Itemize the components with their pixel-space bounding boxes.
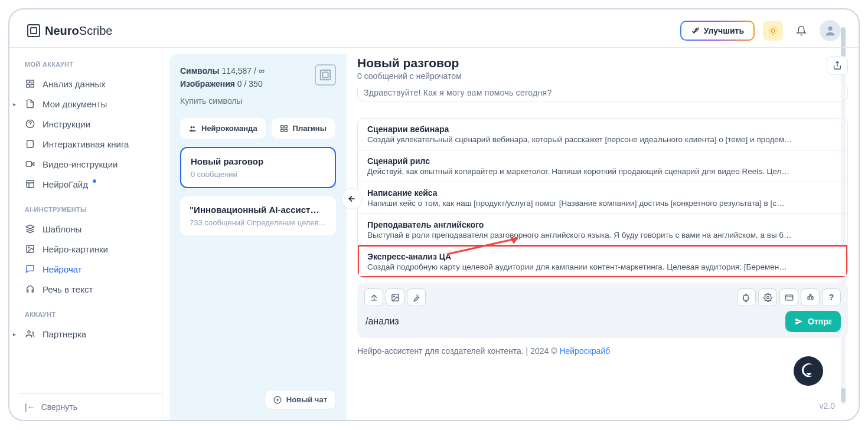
collapse-sidebar-button[interactable]: |← Свернуть [19,393,162,420]
brand-name: NeuroScribe [45,24,113,38]
gear-icon [763,293,772,302]
suggestion-item[interactable]: Сценарии вебинараСоздай увлекательный сц… [358,119,847,150]
suggestion-title: Экспресс-анализ ЦА [367,252,838,261]
sidebar-item-analytics[interactable]: Анализ данных [19,74,162,94]
upgrade-button[interactable]: Улучшить [680,21,755,41]
sidebar-item-label: Нейрочат [43,264,82,274]
sidebar-item-speech[interactable]: Речь в текст [19,279,162,299]
sidebar-item-instructions[interactable]: Инструкции [19,114,162,134]
sidebar-item-book[interactable]: Интерактивная книга [19,134,162,154]
suggestion-item[interactable]: Написание кейсаНапиши кейс о том, как на… [358,182,847,214]
image-icon [25,244,35,254]
sidebar-item-label: Анализ данных [43,79,106,89]
support-fab-button[interactable] [794,356,823,386]
sidebar-item-video[interactable]: Видео-инструкции [19,154,162,174]
robot-button[interactable] [801,288,820,306]
collapse-panel-button[interactable] [341,188,363,209]
svg-rect-10 [27,180,34,188]
new-chat-button[interactable]: Новый чат [265,390,336,409]
collapse-icon: |← [25,402,35,412]
suggestions-list: Сценарии вебинараСоздай увлекательный сц… [357,118,848,278]
svg-point-13 [28,331,30,333]
suggestion-item[interactable]: Сценарий рилсДействуй, как опытный копир… [358,150,847,182]
help-button[interactable]: ? [822,288,841,306]
rocket-icon [691,27,699,35]
users-icon [188,124,197,133]
brand-logo[interactable]: NeuroScribe [27,24,113,38]
conversation-card[interactable]: "Инновационный AI-ассист… 733 сообщений … [180,196,336,235]
chat-subtitle: 0 сообщений с нейрочатом [357,71,462,81]
suggestion-title: Преподаватель английского [367,220,838,229]
chat-icon [25,264,35,274]
footer-link[interactable]: Нейроскрайб [559,346,610,356]
send-label: Отправить [808,317,831,326]
notification-dot-icon [93,179,96,183]
sidebar-item-neuroimages[interactable]: Нейро-картинки [19,239,162,259]
send-icon [795,317,803,326]
svg-rect-19 [285,125,287,127]
sidebar-item-neurochat[interactable]: Нейрочат [19,259,162,279]
notifications-button[interactable] [791,21,811,41]
sidebar-item-neuroguide[interactable]: НейроГайд [19,174,162,194]
grid-icon [280,124,288,133]
image-icon [391,293,400,302]
send-button[interactable]: Отправить [785,311,841,332]
suggestion-title: Сценарий рилс [367,156,838,166]
neuroteam-button[interactable]: Нейрокоманда [180,118,266,139]
conversations-panel: Символы 114,587 / ∞ Изображения 0 / 350 … [169,54,347,420]
sidebar-item-documents[interactable]: ▸Мои документы [19,94,162,114]
images-count: Изображения 0 / 350 [180,77,265,90]
conversation-title: "Инновационный AI-ассист… [190,205,327,215]
sidebar-section-ai: AI-ИНСТРУМЕНТЫ [19,201,162,219]
book-icon [25,139,35,149]
svg-point-27 [766,296,769,298]
user-avatar[interactable] [820,20,841,41]
sidebar-item-label: Партнерка [43,329,86,339]
sidebar-item-label: Инструкции [43,119,90,129]
conversation-subtitle: 733 сообщений Определение целевы… [190,218,327,227]
extension-button[interactable] [737,288,756,306]
share-button[interactable] [827,56,848,75]
settings-button[interactable] [758,288,777,306]
plugins-button[interactable]: Плагины [272,118,335,139]
video-icon [25,159,35,169]
magic-button[interactable] [407,288,426,306]
inbox-button[interactable] [779,288,798,306]
sidebar: МОЙ АККАУНТ Анализ данных ▸Мои документы… [9,47,162,420]
brand-logo-icon [27,24,40,37]
headset-icon [25,284,35,294]
svg-point-31 [811,297,811,298]
sun-icon [768,25,778,36]
puzzle-icon [742,293,751,302]
svg-rect-15 [322,72,328,77]
buy-symbols-link[interactable]: Купить символы [180,94,265,107]
suggestion-item[interactable]: Преподаватель английскогоВыступай в роли… [358,214,847,245]
bell-icon [796,25,807,36]
upload-icon [370,293,378,302]
version-label: v2.0 [820,401,835,411]
suggestion-item-highlighted[interactable]: Экспресс-анализ ЦАСоздай подробную карту… [358,245,847,277]
attach-button[interactable] [364,288,383,306]
sidebar-item-label: Речь в текст [43,284,93,294]
image-button[interactable] [386,288,404,306]
conversation-card[interactable]: Новый разговор 0 сообщений [180,147,336,188]
credit-card-icon [785,293,794,302]
chat-input[interactable] [364,314,779,329]
plus-circle-icon [273,396,282,404]
sidebar-item-label: Видео-инструкции [43,159,118,169]
grid-icon [25,78,35,89]
svg-rect-9 [26,162,31,166]
sidebar-item-affiliate[interactable]: ▸Партнерка [19,324,162,344]
svg-point-26 [393,296,394,297]
robot-icon [806,293,815,302]
theme-toggle-button[interactable] [763,21,783,41]
sidebar-item-label: Интерактивная книга [43,139,129,149]
svg-rect-21 [285,129,287,132]
conversation-title: Новый разговор [191,156,325,166]
new-chat-label: Новый чат [286,395,327,404]
svg-point-16 [191,126,193,129]
sidebar-section-account2: АККАУНТ [19,306,162,324]
svg-rect-14 [321,70,331,80]
svg-rect-5 [27,84,30,87]
sidebar-item-templates[interactable]: Шаблоны [19,219,162,239]
